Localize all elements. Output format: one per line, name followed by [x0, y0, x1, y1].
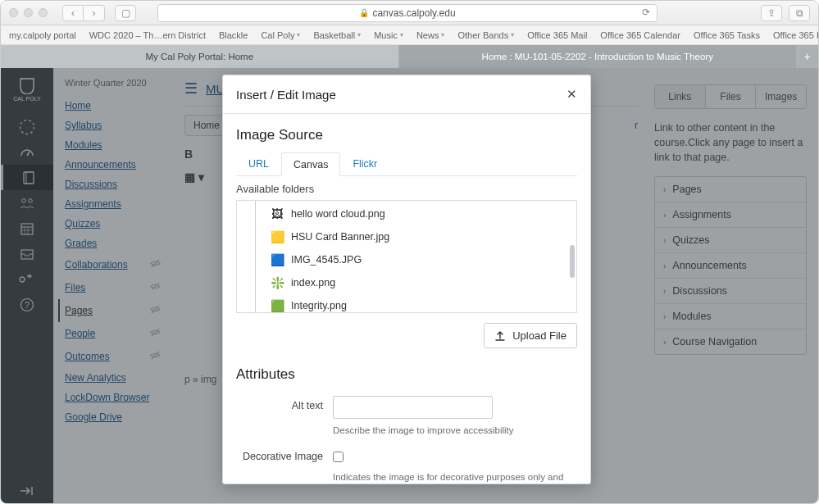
decorative-label: Decorative Image — [236, 447, 333, 462]
favorite-item[interactable]: Basketball▾ — [313, 30, 361, 40]
url-bar[interactable]: 🔒 canvas.calpoly.edu ⟳ — [157, 4, 657, 22]
favorite-item[interactable]: my.calpoly portal — [9, 30, 76, 40]
modal-title: Insert / Edit Image — [236, 88, 336, 102]
back-button[interactable]: ‹ — [62, 5, 84, 21]
file-name: hello word cloud.png — [291, 208, 385, 220]
share-button[interactable]: ⇪ — [761, 5, 782, 21]
file-row[interactable]: 🟨HSU Card Banner.jpg — [237, 225, 576, 248]
file-name: Integrity.png — [291, 300, 347, 311]
tabs-button[interactable]: ⧉ — [789, 5, 810, 21]
close-window[interactable] — [9, 8, 18, 17]
favorites-bar: my.calpoly portalWDC 2020 – Th…ern Distr… — [1, 25, 818, 45]
insert-image-modal: Insert / Edit Image ✕ Image Source URLCa… — [222, 75, 591, 484]
minimize-window[interactable] — [24, 8, 33, 17]
file-icon: 🖼 — [270, 207, 284, 221]
favorite-item[interactable]: Cal Poly▾ — [261, 30, 300, 40]
favorite-item[interactable]: Office 365 Mail — [527, 30, 587, 40]
new-tab-button[interactable]: + — [797, 45, 818, 68]
upload-file-label: Upload File — [512, 329, 566, 342]
browser-tab[interactable]: My Cal Poly Portal: Home — [1, 45, 399, 68]
image-source-heading: Image Source — [236, 127, 577, 143]
favorite-item[interactable]: Office 365 Calendar — [600, 30, 680, 40]
file-row[interactable]: 🖼hello word cloud.png — [237, 202, 576, 225]
reload-icon[interactable]: ⟳ — [642, 7, 650, 18]
forward-button[interactable]: › — [84, 5, 105, 21]
decorative-hint: Indicates the image is for decorative pu… — [333, 470, 577, 484]
favorite-item[interactable]: WDC 2020 – Th…ern District — [89, 30, 206, 40]
file-icon: 🟩 — [270, 298, 284, 313]
lock-icon: 🔒 — [359, 8, 369, 17]
source-tab[interactable]: URL — [236, 152, 281, 175]
url-text: canvas.calpoly.edu — [372, 7, 455, 19]
source-tab[interactable]: Flickr — [340, 152, 389, 175]
close-icon[interactable]: ✕ — [566, 87, 577, 102]
favorite-item[interactable]: Office 365 Tasks — [694, 30, 760, 40]
modal-title-bar: Insert / Edit Image ✕ — [223, 75, 590, 114]
file-name: HSU Card Banner.jpg — [291, 231, 389, 243]
file-name: IMG_4545.JPG — [291, 254, 362, 266]
zoom-window[interactable] — [39, 8, 48, 17]
scrollbar[interactable] — [570, 245, 575, 278]
file-name: index.png — [291, 277, 335, 288]
alt-text-input[interactable] — [333, 396, 493, 419]
alt-text-label: Alt text — [236, 396, 333, 411]
source-tab[interactable]: Canvas — [281, 152, 340, 176]
attributes-heading: Attributes — [236, 366, 577, 383]
file-browser[interactable]: 🖼hello word cloud.png🟨HSU Card Banner.jp… — [236, 200, 577, 313]
file-row[interactable]: 🟩Integrity.png — [237, 294, 576, 313]
alt-text-hint: Describe the image to improve accessibil… — [333, 424, 577, 437]
upload-file-button[interactable]: Upload File — [484, 323, 577, 348]
available-folders-label: Available folders — [236, 183, 577, 195]
file-row[interactable]: 🟦IMG_4545.JPG — [237, 248, 576, 271]
source-tabs: URLCanvasFlickr — [236, 152, 577, 176]
tab-bar: My Cal Poly Portal: HomeHome : MU-101-05… — [1, 45, 818, 68]
file-icon: 🟨 — [270, 229, 284, 244]
favorite-item[interactable]: Blackle — [219, 30, 248, 40]
window-controls — [9, 8, 48, 17]
sidebar-button[interactable]: ▢ — [115, 5, 136, 21]
browser-titlebar: ‹ › ▢ 🔒 canvas.calpoly.edu ⟳ ⇪ ⧉ — [1, 1, 818, 25]
file-icon: ❇️ — [270, 275, 284, 290]
file-row[interactable]: ❇️index.png — [237, 271, 576, 294]
favorite-item[interactable]: Office 365 People — [773, 30, 818, 40]
decorative-checkbox[interactable] — [333, 452, 344, 462]
favorite-item[interactable]: Music▾ — [374, 30, 403, 40]
favorite-item[interactable]: Other Bands▾ — [457, 30, 514, 40]
browser-tab[interactable]: Home : MU-101-05-2202 - Introduction to … — [399, 45, 798, 68]
upload-icon — [494, 330, 506, 342]
file-icon: 🟦 — [270, 252, 284, 267]
favorite-item[interactable]: News▾ — [416, 30, 445, 40]
